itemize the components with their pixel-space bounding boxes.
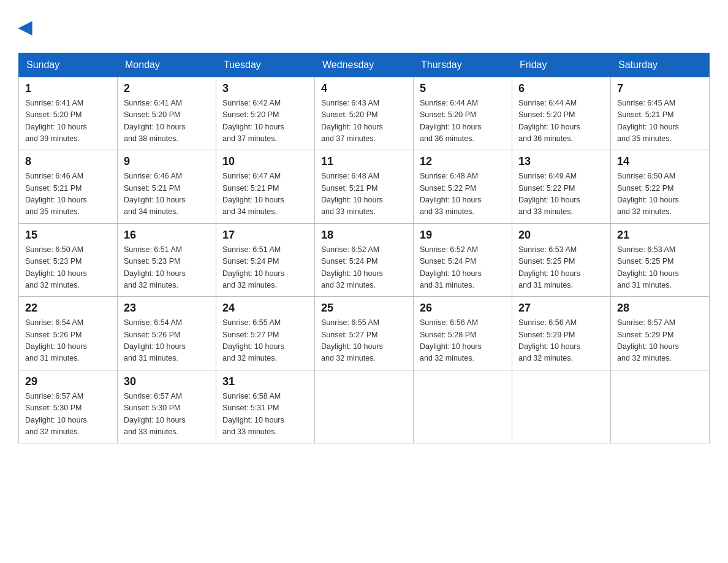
calendar-cell: 15 Sunrise: 6:50 AM Sunset: 5:23 PM Dayl…	[19, 223, 118, 297]
day-number: 6	[518, 82, 604, 95]
day-info: Sunrise: 6:57 AM Sunset: 5:29 PM Dayligh…	[617, 317, 703, 365]
calendar-cell	[512, 370, 611, 443]
weekday-header-row: Sunday Monday Tuesday Wednesday Thursday…	[19, 53, 710, 77]
calendar-week-row: 22 Sunrise: 6:54 AM Sunset: 5:26 PM Dayl…	[19, 297, 710, 370]
day-number: 29	[25, 375, 111, 388]
calendar-cell: 21 Sunrise: 6:53 AM Sunset: 5:25 PM Dayl…	[611, 223, 710, 297]
day-info: Sunrise: 6:51 AM Sunset: 5:23 PM Dayligh…	[124, 244, 210, 292]
calendar-cell	[315, 370, 414, 443]
calendar-cell	[611, 370, 710, 443]
page-header: ◀	[18, 18, 710, 40]
day-info: Sunrise: 6:52 AM Sunset: 5:24 PM Dayligh…	[420, 244, 506, 292]
calendar-cell: 28 Sunrise: 6:57 AM Sunset: 5:29 PM Dayl…	[611, 297, 710, 370]
day-number: 24	[222, 302, 308, 315]
day-number: 14	[617, 155, 703, 168]
calendar-cell: 13 Sunrise: 6:49 AM Sunset: 5:22 PM Dayl…	[512, 150, 611, 224]
day-number: 19	[420, 229, 506, 242]
calendar-table: Sunday Monday Tuesday Wednesday Thursday…	[18, 53, 710, 444]
day-number: 28	[617, 302, 703, 315]
day-info: Sunrise: 6:43 AM Sunset: 5:20 PM Dayligh…	[321, 98, 407, 145]
calendar-cell: 2 Sunrise: 6:41 AM Sunset: 5:20 PM Dayli…	[118, 77, 216, 150]
day-number: 30	[124, 375, 210, 388]
day-info: Sunrise: 6:56 AM Sunset: 5:28 PM Dayligh…	[420, 317, 506, 365]
calendar-cell	[414, 370, 512, 443]
calendar-cell: 18 Sunrise: 6:52 AM Sunset: 5:24 PM Dayl…	[315, 223, 414, 297]
day-info: Sunrise: 6:54 AM Sunset: 5:26 PM Dayligh…	[124, 317, 210, 365]
day-number: 9	[124, 155, 210, 168]
calendar-cell: 14 Sunrise: 6:50 AM Sunset: 5:22 PM Dayl…	[611, 150, 710, 224]
calendar-cell: 16 Sunrise: 6:51 AM Sunset: 5:23 PM Dayl…	[118, 223, 216, 297]
day-info: Sunrise: 6:52 AM Sunset: 5:24 PM Dayligh…	[321, 244, 407, 292]
day-info: Sunrise: 6:44 AM Sunset: 5:20 PM Dayligh…	[518, 98, 604, 145]
calendar-cell: 31 Sunrise: 6:58 AM Sunset: 5:31 PM Dayl…	[216, 370, 315, 443]
day-number: 7	[617, 82, 703, 95]
header-thursday: Thursday	[414, 53, 512, 77]
day-info: Sunrise: 6:58 AM Sunset: 5:31 PM Dayligh…	[222, 391, 308, 439]
day-info: Sunrise: 6:49 AM Sunset: 5:22 PM Dayligh…	[518, 170, 604, 218]
day-info: Sunrise: 6:53 AM Sunset: 5:25 PM Dayligh…	[617, 244, 703, 292]
calendar-cell: 10 Sunrise: 6:47 AM Sunset: 5:21 PM Dayl…	[216, 150, 315, 224]
calendar-cell: 30 Sunrise: 6:57 AM Sunset: 5:30 PM Dayl…	[118, 370, 216, 443]
day-number: 26	[420, 302, 506, 315]
day-number: 17	[222, 229, 308, 242]
day-info: Sunrise: 6:42 AM Sunset: 5:20 PM Dayligh…	[222, 98, 308, 145]
calendar-cell: 5 Sunrise: 6:44 AM Sunset: 5:20 PM Dayli…	[414, 77, 512, 150]
day-info: Sunrise: 6:57 AM Sunset: 5:30 PM Dayligh…	[124, 391, 210, 439]
day-number: 20	[518, 229, 604, 242]
calendar-cell: 26 Sunrise: 6:56 AM Sunset: 5:28 PM Dayl…	[414, 297, 512, 370]
logo: ◀	[18, 18, 32, 40]
calendar-cell: 22 Sunrise: 6:54 AM Sunset: 5:26 PM Dayl…	[19, 297, 118, 370]
calendar-week-row: 1 Sunrise: 6:41 AM Sunset: 5:20 PM Dayli…	[19, 77, 710, 150]
day-info: Sunrise: 6:48 AM Sunset: 5:21 PM Dayligh…	[321, 170, 407, 218]
calendar-week-row: 15 Sunrise: 6:50 AM Sunset: 5:23 PM Dayl…	[19, 223, 710, 297]
calendar-cell: 23 Sunrise: 6:54 AM Sunset: 5:26 PM Dayl…	[118, 297, 216, 370]
header-sunday: Sunday	[19, 53, 118, 77]
day-number: 2	[124, 82, 210, 95]
day-info: Sunrise: 6:41 AM Sunset: 5:20 PM Dayligh…	[124, 98, 210, 145]
day-number: 16	[124, 229, 210, 242]
day-info: Sunrise: 6:45 AM Sunset: 5:21 PM Dayligh…	[617, 98, 703, 145]
day-number: 10	[222, 155, 308, 168]
day-info: Sunrise: 6:44 AM Sunset: 5:20 PM Dayligh…	[420, 98, 506, 145]
day-number: 13	[518, 155, 604, 168]
day-number: 31	[222, 375, 308, 388]
day-number: 22	[25, 302, 111, 315]
day-number: 27	[518, 302, 604, 315]
day-number: 3	[222, 82, 308, 95]
day-info: Sunrise: 6:55 AM Sunset: 5:27 PM Dayligh…	[321, 317, 407, 365]
calendar-cell: 19 Sunrise: 6:52 AM Sunset: 5:24 PM Dayl…	[414, 223, 512, 297]
day-info: Sunrise: 6:57 AM Sunset: 5:30 PM Dayligh…	[25, 391, 111, 439]
calendar-cell: 9 Sunrise: 6:46 AM Sunset: 5:21 PM Dayli…	[118, 150, 216, 224]
day-info: Sunrise: 6:53 AM Sunset: 5:25 PM Dayligh…	[518, 244, 604, 292]
day-info: Sunrise: 6:55 AM Sunset: 5:27 PM Dayligh…	[222, 317, 308, 365]
calendar-cell: 27 Sunrise: 6:56 AM Sunset: 5:29 PM Dayl…	[512, 297, 611, 370]
calendar-week-row: 8 Sunrise: 6:46 AM Sunset: 5:21 PM Dayli…	[19, 150, 710, 224]
day-info: Sunrise: 6:51 AM Sunset: 5:24 PM Dayligh…	[222, 244, 308, 292]
day-number: 1	[25, 82, 111, 95]
day-info: Sunrise: 6:48 AM Sunset: 5:22 PM Dayligh…	[420, 170, 506, 218]
calendar-cell: 11 Sunrise: 6:48 AM Sunset: 5:21 PM Dayl…	[315, 150, 414, 224]
calendar-cell: 8 Sunrise: 6:46 AM Sunset: 5:21 PM Dayli…	[19, 150, 118, 224]
day-number: 5	[420, 82, 506, 95]
day-number: 12	[420, 155, 506, 168]
calendar-cell: 20 Sunrise: 6:53 AM Sunset: 5:25 PM Dayl…	[512, 223, 611, 297]
calendar-cell: 12 Sunrise: 6:48 AM Sunset: 5:22 PM Dayl…	[414, 150, 512, 224]
day-info: Sunrise: 6:41 AM Sunset: 5:20 PM Dayligh…	[25, 98, 111, 145]
calendar-cell: 17 Sunrise: 6:51 AM Sunset: 5:24 PM Dayl…	[216, 223, 315, 297]
calendar-cell: 24 Sunrise: 6:55 AM Sunset: 5:27 PM Dayl…	[216, 297, 315, 370]
header-tuesday: Tuesday	[216, 53, 315, 77]
day-number: 23	[124, 302, 210, 315]
day-info: Sunrise: 6:54 AM Sunset: 5:26 PM Dayligh…	[25, 317, 111, 365]
calendar-cell: 1 Sunrise: 6:41 AM Sunset: 5:20 PM Dayli…	[19, 77, 118, 150]
day-info: Sunrise: 6:50 AM Sunset: 5:22 PM Dayligh…	[617, 170, 703, 218]
header-friday: Friday	[512, 53, 611, 77]
day-number: 21	[617, 229, 703, 242]
logo-general-text: ◀	[18, 18, 32, 37]
day-info: Sunrise: 6:56 AM Sunset: 5:29 PM Dayligh…	[518, 317, 604, 365]
header-monday: Monday	[118, 53, 216, 77]
day-number: 4	[321, 82, 407, 95]
day-number: 15	[25, 229, 111, 242]
calendar-body: 1 Sunrise: 6:41 AM Sunset: 5:20 PM Dayli…	[19, 77, 710, 443]
day-info: Sunrise: 6:50 AM Sunset: 5:23 PM Dayligh…	[25, 244, 111, 292]
calendar-cell: 6 Sunrise: 6:44 AM Sunset: 5:20 PM Dayli…	[512, 77, 611, 150]
